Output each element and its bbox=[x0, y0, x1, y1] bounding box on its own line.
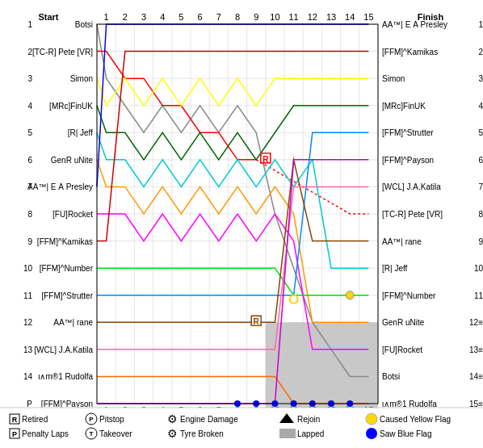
race-chart bbox=[0, 0, 483, 448]
chart-container bbox=[0, 0, 483, 448]
